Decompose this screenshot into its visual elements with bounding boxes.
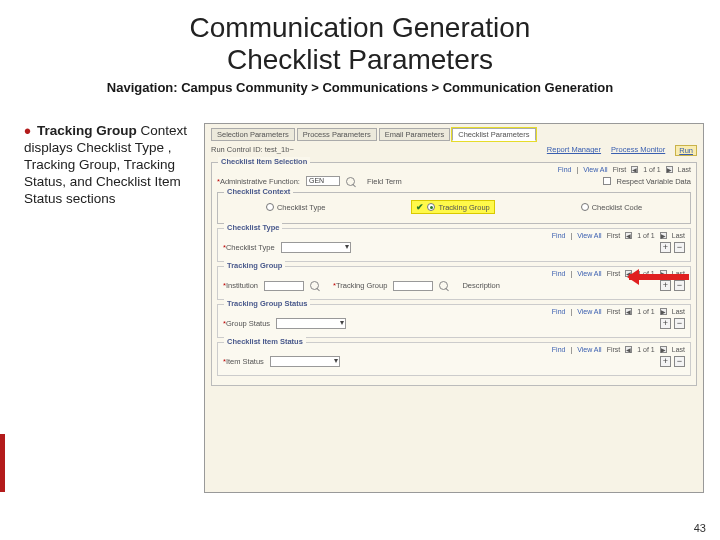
nav-count: 1 of 1 [643, 166, 661, 173]
bullet-dot-icon: • [24, 123, 31, 139]
group-checklist-context: Checklist Context Checklist Type ✔ Track… [217, 192, 691, 224]
content-area: • Tracking Group Context displays Checkl… [0, 123, 720, 493]
respect-variable-label: Respect Variable Data [617, 177, 691, 186]
app-panel: Selection Parameters Process Parameters … [204, 123, 704, 493]
breadcrumb: Navigation: Campus Community > Communica… [0, 80, 720, 95]
nav-next-icon[interactable]: ▶ [666, 166, 673, 173]
checklist-type-label: Checklist Type [223, 243, 275, 252]
tab-strip: Selection Parameters Process Parameters … [211, 128, 697, 141]
tab-process-parameters[interactable]: Process Parameters [297, 128, 377, 141]
findbar-main: Find | View All First ◀ 1 of 1 ▶ Last [217, 166, 691, 173]
item-status-label: Item Status [223, 357, 264, 366]
findbar-type: Find| View All First ◀ 1 of 1 ▶ Last [223, 232, 685, 239]
remove-row-button[interactable]: − [674, 318, 685, 329]
tab-selection-parameters[interactable]: Selection Parameters [211, 128, 295, 141]
run-control-value: test_1b~ [265, 145, 294, 154]
nav-last[interactable]: Last [678, 166, 691, 173]
link-view-all[interactable]: View All [583, 166, 607, 173]
institution-label: Institution [223, 281, 258, 290]
bullet-lead: Tracking Group [37, 123, 137, 138]
group-status-select[interactable] [276, 318, 346, 329]
add-row-button[interactable]: + [660, 280, 671, 291]
bullet-column: • Tracking Group Context displays Checkl… [24, 123, 204, 493]
institution-input[interactable] [264, 281, 304, 291]
tracking-group-input[interactable] [393, 281, 433, 291]
slide-title: Communication Generation Checklist Param… [0, 12, 720, 76]
run-button[interactable]: Run [675, 145, 697, 156]
sub-tracking-group-title: Tracking Group [224, 261, 285, 270]
checklist-type-select[interactable] [281, 242, 351, 253]
page-number: 43 [694, 522, 706, 534]
admin-function-label: Administrative Function: [217, 177, 300, 186]
link-process-monitor[interactable]: Process Monitor [611, 145, 665, 156]
add-row-button[interactable]: + [660, 356, 671, 367]
group-status-label: Group Status [223, 319, 270, 328]
sub-checklist-type-title: Checklist Type [224, 223, 282, 232]
sub-checklist-item-status: Checklist Item Status Find| View All Fir… [217, 342, 691, 376]
run-control-row: Run Control ID: test_1b~ Report Manager … [211, 145, 697, 156]
radio-checklist-code[interactable]: Checklist Code [581, 203, 642, 212]
radio-checklist-type[interactable]: Checklist Type [266, 203, 326, 212]
sub-checklist-type: Checklist Type Find| View All First ◀ 1 … [217, 228, 691, 262]
field-term-label: Field Term [367, 177, 402, 186]
lookup-icon[interactable] [310, 281, 319, 290]
sub-checklist-item-status-title: Checklist Item Status [224, 337, 306, 346]
tracking-group-label: Tracking Group [333, 281, 387, 290]
check-icon: ✔ [416, 202, 424, 212]
findbar-group: Find| View All First ◀ 1 of 1 ▶ Last [223, 270, 685, 277]
annotation-arrow-icon [629, 274, 689, 280]
context-title: Checklist Context [224, 187, 293, 196]
admin-function-input[interactable]: GEN [306, 176, 340, 186]
slide-accent-bar [0, 434, 5, 492]
link-report-manager[interactable]: Report Manager [547, 145, 601, 156]
nav-prev-icon[interactable]: ◀ [631, 166, 638, 173]
remove-row-button[interactable]: − [674, 356, 685, 367]
nav-first[interactable]: First [613, 166, 627, 173]
sub-tracking-group-status: Tracking Group Status Find| View All Fir… [217, 304, 691, 338]
link-find[interactable]: Find [558, 166, 572, 173]
findbar-status: Find| View All First ◀ 1 of 1 ▶ Last [223, 308, 685, 315]
lookup-icon[interactable] [346, 177, 355, 186]
add-row-button[interactable]: + [660, 242, 671, 253]
radio-tracking-group[interactable]: ✔ Tracking Group [411, 200, 494, 214]
item-status-select[interactable] [270, 356, 340, 367]
findbar-item: Find| View All First ◀ 1 of 1 ▶ Last [223, 346, 685, 353]
add-row-button[interactable]: + [660, 318, 671, 329]
run-control-label: Run Control ID: [211, 145, 263, 154]
description-label: Description [462, 281, 500, 290]
respect-variable-checkbox[interactable] [603, 177, 611, 185]
tab-email-parameters[interactable]: Email Parameters [379, 128, 451, 141]
tab-checklist-parameters[interactable]: Checklist Parameters [452, 128, 535, 141]
remove-row-button[interactable]: − [674, 280, 685, 291]
remove-row-button[interactable]: − [674, 242, 685, 253]
lookup-icon[interactable] [439, 281, 448, 290]
sub-tracking-group-status-title: Tracking Group Status [224, 299, 310, 308]
group-title: Checklist Item Selection [218, 157, 310, 166]
